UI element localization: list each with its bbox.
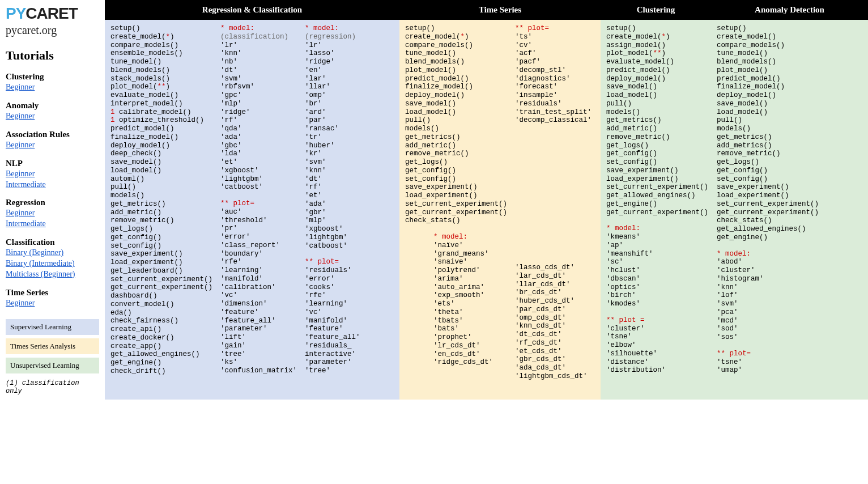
list-item: 'parameter'	[220, 325, 297, 333]
list-item: 'feature'	[305, 325, 360, 333]
list-item: 'catboost'	[220, 183, 297, 192]
func-line: finalize_model()	[717, 83, 862, 91]
func-line: get_logs()	[405, 158, 507, 167]
list-item: 'tree'	[305, 367, 360, 375]
func-line: load_model()	[717, 108, 862, 117]
list-item: 'ard'	[305, 108, 360, 117]
func-line: set_config()	[717, 175, 862, 184]
tutorial-link[interactable]: Beginner	[6, 169, 99, 180]
list-item: 'lasso'	[305, 49, 360, 58]
tutorial-link[interactable]: Beginner	[6, 82, 99, 93]
list-item: 'exp_smooth'	[433, 291, 507, 300]
func-line: set_config()	[110, 242, 212, 251]
list-item: 'cv'	[515, 41, 592, 50]
list-item: 'error'	[305, 275, 360, 283]
func-line: predict_model()	[717, 75, 862, 83]
list-item: 'svm'	[305, 158, 360, 167]
list-item: 'vc'	[305, 308, 360, 317]
list-item: 'lar_cds_dt'	[515, 272, 592, 281]
func-line: get_metrics()	[110, 200, 212, 209]
tutorial-heading: Classification	[6, 237, 99, 247]
footnote: (1) classification only	[6, 379, 99, 395]
list-item: 'confusion_matrix'	[220, 367, 297, 375]
column-clustering: Clustering setup()create_model(*)assign_…	[601, 0, 711, 400]
func-line: get_logs()	[717, 158, 862, 167]
func-line: get_config()	[110, 233, 212, 242]
func-line: remove_metric()	[110, 216, 212, 225]
tutorial-link[interactable]: Beginner	[6, 140, 99, 151]
list-item: 'knn'	[305, 167, 360, 175]
list-item: 'tsne'	[717, 358, 862, 367]
list-item: 'ada'	[220, 133, 297, 142]
func-line: set_current_experiment()	[110, 275, 212, 284]
func-line: add_metric()	[110, 209, 212, 217]
tutorial-link[interactable]: Intermediate	[6, 180, 99, 190]
tutorial-link[interactable]: Multiclass (Beginner)	[6, 269, 99, 280]
func-line: save_model()	[717, 100, 862, 108]
tutorial-link[interactable]: Binary (Beginner)	[6, 248, 99, 258]
func-line: save_model()	[110, 158, 212, 167]
func-line: create_model(*)	[110, 33, 212, 41]
header-timeseries: Time Series	[399, 0, 601, 20]
func-line: deploy_model()	[405, 91, 507, 100]
list-item: 'grand_means'	[433, 250, 507, 258]
func-line: pull()	[110, 183, 212, 192]
func-line: evaluate_model()	[110, 91, 212, 100]
list-item: 'decomp_classical'	[515, 116, 592, 125]
func-line: save_model()	[606, 83, 705, 91]
header-regression: Regression & Classification	[105, 0, 399, 20]
func-line: plot_model(**)	[606, 49, 705, 58]
func-line: assign_model()	[606, 41, 705, 50]
tutorial-section: ClusteringBeginner	[6, 72, 99, 93]
tutorial-link[interactable]: Intermediate	[6, 219, 99, 230]
list-item: 'kmodes'	[606, 300, 705, 308]
func-line: finalize_model()	[110, 133, 212, 142]
list-item: 'rf'	[220, 116, 297, 125]
list-item: 'llar'	[305, 83, 360, 91]
func-line: compare_models()	[405, 41, 507, 50]
reg-class-col: * model: (classification) 'lr''knn''nb''…	[220, 24, 297, 395]
list-item: 'rfe'	[305, 291, 360, 300]
list-item: 'theta'	[433, 308, 507, 317]
func-line: ensemble_models()	[110, 49, 212, 58]
list-item: 'umap'	[717, 366, 862, 375]
list-item: 'class_report'	[220, 241, 297, 250]
list-item: 'lar'	[305, 75, 360, 83]
list-item: 'huber_cds_dt'	[515, 297, 592, 305]
func-line: set_config()	[405, 175, 507, 184]
list-item: 'auc'	[220, 208, 297, 216]
list-item: 'omp_cds_dt'	[515, 314, 592, 322]
list-item: 'tbats'	[433, 317, 507, 325]
list-item: 'gain'	[220, 342, 297, 350]
list-item: 'prophet'	[433, 333, 507, 342]
list-item: 'hclust'	[606, 266, 705, 275]
list-item: 'br'	[305, 100, 360, 108]
func-line: deploy_model()	[717, 91, 862, 100]
func-line: pull()	[405, 116, 507, 125]
list-item: 'kmeans'	[606, 233, 705, 241]
tutorial-link[interactable]: Beginner	[6, 111, 99, 122]
tutorial-link[interactable]: Beginner	[6, 208, 99, 219]
list-item: 'qda'	[220, 125, 297, 133]
list-item: 'lr'	[220, 41, 297, 50]
func-line: get_current_experiment()	[405, 209, 507, 217]
func-line: tune_model()	[110, 58, 212, 66]
func-line: finalize_model()	[405, 83, 507, 91]
tutorial-heading: Anomaly	[6, 101, 99, 111]
tutorial-link[interactable]: Beginner	[6, 298, 99, 309]
tutorial-link[interactable]: Binary (Intermediate)	[6, 258, 99, 269]
list-item: 'tsne'	[606, 333, 705, 341]
list-item: 'sod'	[717, 325, 862, 333]
list-item: 'par'	[305, 116, 360, 125]
list-item: 'ts'	[515, 33, 592, 41]
list-item: 'lr'	[305, 41, 360, 50]
list-item: 'gbr_cds_dt'	[515, 355, 592, 364]
func-line: load_model()	[405, 108, 507, 117]
func-line: deploy_model()	[110, 142, 212, 150]
func-line: get_metrics()	[405, 133, 507, 142]
list-item: 'cluster'	[717, 266, 862, 275]
list-item: 'calibration'	[220, 283, 297, 292]
list-item: 'feature_all'	[305, 333, 360, 342]
tutorial-section: AnomalyBeginner	[6, 101, 99, 122]
legend-item: Supervised Learning	[6, 319, 99, 335]
